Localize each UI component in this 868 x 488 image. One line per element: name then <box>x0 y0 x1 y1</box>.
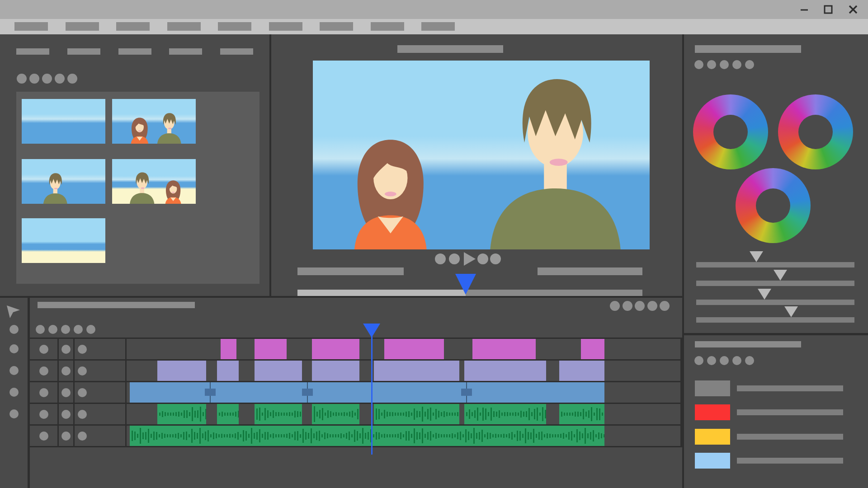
menu-item-placeholder[interactable] <box>421 22 455 31</box>
media-thumbnail[interactable] <box>22 218 105 263</box>
menu-item-placeholder[interactable] <box>116 22 150 31</box>
audio-clip[interactable] <box>464 404 546 424</box>
timeline-tool-button[interactable] <box>9 366 19 375</box>
slider-handle[interactable] <box>758 289 771 300</box>
color-panel-button[interactable] <box>720 60 729 69</box>
clip-edit-marker[interactable] <box>461 389 472 396</box>
color-wheel[interactable] <box>736 168 811 243</box>
media-thumbnail[interactable] <box>22 159 105 204</box>
track-enable-button[interactable] <box>78 432 87 441</box>
scrub-playhead[interactable] <box>455 274 476 295</box>
audio-clip[interactable] <box>559 404 604 424</box>
selection-tool-icon[interactable] <box>5 304 22 319</box>
legend-item[interactable] <box>684 453 868 469</box>
track-enable-button[interactable] <box>78 388 87 397</box>
video-clip[interactable] <box>255 339 287 359</box>
timeline-corner-button[interactable] <box>610 301 620 311</box>
clip-edit-marker[interactable] <box>205 389 216 396</box>
bin-tab-placeholder[interactable] <box>16 48 49 55</box>
video-clip[interactable] <box>464 361 546 381</box>
bin-toolbar-button[interactable] <box>17 74 27 84</box>
minimize-button[interactable] <box>798 4 810 15</box>
menu-item-placeholder[interactable] <box>66 22 99 31</box>
color-panel-button[interactable] <box>732 60 741 69</box>
track-enable-button[interactable] <box>61 432 71 441</box>
step-back-button[interactable] <box>449 253 460 264</box>
slider-handle[interactable] <box>774 270 787 281</box>
bin-tab-placeholder[interactable] <box>220 48 253 55</box>
slider-track[interactable] <box>696 317 854 323</box>
audio-clip[interactable] <box>157 404 206 424</box>
timeline-header-button[interactable] <box>48 325 57 334</box>
audio-clip[interactable] <box>130 426 604 446</box>
slider-track[interactable] <box>696 300 854 305</box>
timeline-corner-button[interactable] <box>623 301 632 311</box>
track-enable-button[interactable] <box>78 345 87 354</box>
video-clip[interactable] <box>255 361 302 381</box>
bin-tab-placeholder[interactable] <box>118 48 151 55</box>
video-clip[interactable] <box>581 339 604 359</box>
maximize-button[interactable] <box>822 4 834 15</box>
menu-item-placeholder[interactable] <box>371 22 404 31</box>
color-panel-button[interactable] <box>694 60 703 69</box>
bin-tab-placeholder[interactable] <box>67 48 100 55</box>
timeline-tool-button[interactable] <box>9 325 19 334</box>
timeline-corner-button[interactable] <box>660 301 670 311</box>
track-enable-button[interactable] <box>39 432 48 441</box>
adjustment-clip[interactable] <box>130 382 604 403</box>
timeline-corner-button[interactable] <box>647 301 657 311</box>
video-clip[interactable] <box>312 361 359 381</box>
legend-toolbar-button[interactable] <box>694 356 703 365</box>
timeline-header-button[interactable] <box>36 325 45 334</box>
timeline-header-button[interactable] <box>86 325 95 334</box>
video-clip[interactable] <box>221 339 236 359</box>
audio-clip[interactable] <box>217 404 239 424</box>
track-enable-button[interactable] <box>39 388 48 397</box>
track-enable-button[interactable] <box>39 345 48 354</box>
bin-toolbar-button[interactable] <box>29 74 39 84</box>
skip-back-button[interactable] <box>435 253 446 264</box>
video-clip[interactable] <box>157 361 206 381</box>
color-panel-button[interactable] <box>745 60 754 69</box>
play-button[interactable] <box>464 252 476 266</box>
track-enable-button[interactable] <box>61 366 71 375</box>
close-button[interactable] <box>847 4 859 15</box>
color-panel-button[interactable] <box>707 60 716 69</box>
menu-item-placeholder[interactable] <box>14 22 48 31</box>
bin-tab-placeholder[interactable] <box>169 48 202 55</box>
slider-track[interactable] <box>696 262 854 267</box>
legend-toolbar-button[interactable] <box>720 356 729 365</box>
bin-toolbar-button[interactable] <box>55 74 65 84</box>
timeline-corner-button[interactable] <box>635 301 645 311</box>
bin-toolbar-button[interactable] <box>67 74 77 84</box>
timeline-playhead[interactable] <box>363 324 380 338</box>
menu-item-placeholder[interactable] <box>269 22 302 31</box>
legend-toolbar-button[interactable] <box>745 356 754 365</box>
audio-clip[interactable] <box>374 404 459 424</box>
media-thumbnail[interactable] <box>112 159 196 204</box>
legend-toolbar-button[interactable] <box>707 356 716 365</box>
media-thumbnail[interactable] <box>112 99 196 144</box>
timeline-header-button[interactable] <box>74 325 83 334</box>
clip-edit-marker[interactable] <box>302 389 313 396</box>
video-clip[interactable] <box>217 361 239 381</box>
legend-toolbar-button[interactable] <box>732 356 741 365</box>
track-enable-button[interactable] <box>78 366 87 375</box>
track-enable-button[interactable] <box>39 410 48 419</box>
track-enable-button[interactable] <box>61 410 71 419</box>
audio-clip[interactable] <box>312 404 359 424</box>
menu-item-placeholder[interactable] <box>167 22 201 31</box>
bin-toolbar-button[interactable] <box>42 74 52 84</box>
track-enable-button[interactable] <box>39 366 48 375</box>
track-enable-button[interactable] <box>78 410 87 419</box>
video-clip[interactable] <box>559 361 604 381</box>
menu-item-placeholder[interactable] <box>218 22 251 31</box>
timeline-tool-button[interactable] <box>9 388 19 397</box>
timeline-tool-button[interactable] <box>9 409 19 418</box>
step-forward-button[interactable] <box>477 253 488 264</box>
menu-item-placeholder[interactable] <box>320 22 353 31</box>
legend-item[interactable] <box>684 429 868 445</box>
track-enable-button[interactable] <box>61 388 71 397</box>
media-thumbnail[interactable] <box>22 99 105 144</box>
legend-item[interactable] <box>684 404 868 420</box>
